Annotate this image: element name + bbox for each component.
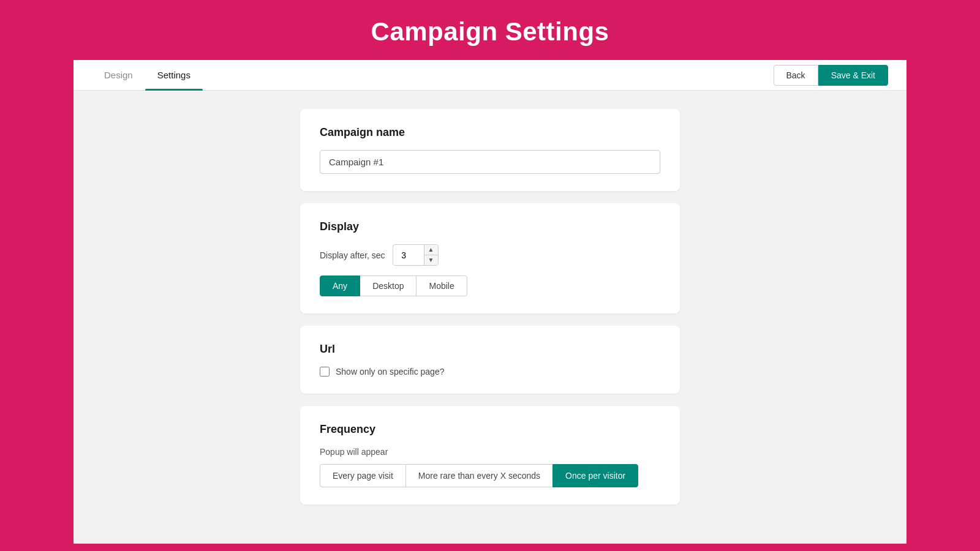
frequency-title: Frequency <box>320 423 660 436</box>
specific-page-label[interactable]: Show only on specific page? <box>336 367 444 377</box>
page-title: Campaign Settings <box>0 17 980 47</box>
save-exit-button[interactable]: Save & Exit <box>818 65 888 86</box>
campaign-name-title: Campaign name <box>320 126 660 139</box>
freq-button-once[interactable]: Once per visitor <box>552 464 638 487</box>
device-button-desktop[interactable]: Desktop <box>360 276 417 296</box>
spinner-down-button[interactable]: ▼ <box>424 255 438 265</box>
url-card: Url Show only on specific page? <box>300 326 680 394</box>
freq-button-every-page[interactable]: Every page visit <box>320 464 406 487</box>
display-card: Display Display after, sec ▲ ▼ Any Deskt… <box>300 203 680 313</box>
tab-settings[interactable]: Settings <box>145 60 203 90</box>
freq-button-rare[interactable]: More rare than every X seconds <box>405 464 553 487</box>
campaign-name-card: Campaign name <box>300 109 680 191</box>
display-after-spinner: ▲ ▼ <box>393 244 439 266</box>
display-after-row: Display after, sec ▲ ▼ <box>320 244 660 266</box>
display-title: Display <box>320 220 660 233</box>
popup-will-appear-label: Popup will appear <box>320 447 660 457</box>
display-after-label: Display after, sec <box>320 250 385 260</box>
url-title: Url <box>320 343 660 356</box>
url-checkbox-row: Show only on specific page? <box>320 367 660 377</box>
display-after-input[interactable] <box>393 247 424 264</box>
device-buttons: Any Desktop Mobile <box>320 276 660 296</box>
main-container: Design Settings Back Save & Exit Campaig… <box>74 60 907 544</box>
device-button-mobile[interactable]: Mobile <box>416 276 467 296</box>
specific-page-checkbox[interactable] <box>320 367 330 377</box>
spinner-buttons: ▲ ▼ <box>424 245 438 265</box>
device-button-any[interactable]: Any <box>320 276 360 296</box>
tabs-bar: Design Settings Back Save & Exit <box>74 60 907 91</box>
frequency-card: Frequency Popup will appear Every page v… <box>300 406 680 504</box>
campaign-name-input[interactable] <box>320 150 660 174</box>
tabs-actions: Back Save & Exit <box>774 65 889 86</box>
spinner-up-button[interactable]: ▲ <box>424 245 438 255</box>
frequency-buttons: Every page visit More rare than every X … <box>320 464 660 487</box>
content-area: Campaign name Display Display after, sec… <box>74 91 907 523</box>
tab-design[interactable]: Design <box>92 60 145 90</box>
back-button[interactable]: Back <box>774 65 818 86</box>
page-header: Campaign Settings <box>0 0 980 60</box>
